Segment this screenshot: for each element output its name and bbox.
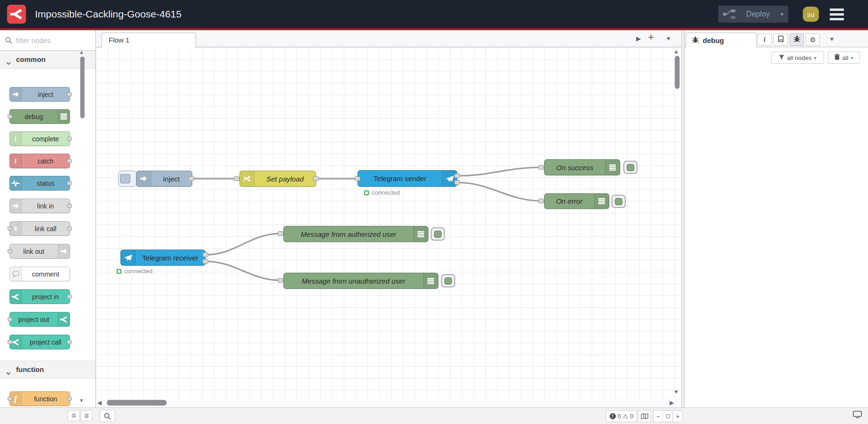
- change-output-port[interactable]: [313, 176, 319, 181]
- palette-node-status[interactable]: status: [9, 176, 70, 190]
- flow-node-on-error[interactable]: On error: [544, 193, 609, 209]
- palette-expand-all-button[interactable]: [80, 410, 93, 421]
- list-icon: [423, 273, 438, 288]
- add-flow-button[interactable]: +: [648, 31, 654, 43]
- deploy-icon: [723, 9, 735, 19]
- wire[interactable]: [457, 167, 541, 176]
- sender-input-port[interactable]: [355, 176, 360, 181]
- open-debug-window-button[interactable]: [853, 411, 862, 420]
- sidebar-divider[interactable]: [681, 30, 685, 424]
- sender-output-port-1[interactable]: [454, 173, 460, 178]
- palette-scroll-down-icon[interactable]: ▼: [79, 398, 84, 403]
- flow-node-msg-unauthorized[interactable]: Message from unautherized user: [283, 273, 438, 289]
- palette-node-function[interactable]: f function: [9, 391, 70, 406]
- palette-node-label: project out: [10, 312, 58, 326]
- output-port: [67, 137, 72, 141]
- tab-scroll-right-icon[interactable]: ▶: [636, 35, 641, 42]
- debug-toggle-button[interactable]: [623, 161, 638, 174]
- link-arrow-icon: [10, 199, 22, 213]
- palette-node-debug[interactable]: debug: [9, 109, 70, 124]
- canvas-hscrollbar-thumb[interactable]: [107, 400, 167, 406]
- zoom-in-button[interactable]: +: [673, 410, 683, 422]
- palette-scrollbar-thumb[interactable]: [80, 57, 85, 118]
- palette-category-function[interactable]: function: [0, 361, 95, 379]
- palette-scroll-up-icon[interactable]: ▲: [79, 49, 84, 55]
- debug-toggle-button[interactable]: [431, 227, 445, 241]
- palette-node-label: link in: [22, 199, 69, 213]
- user-avatar[interactable]: su: [803, 7, 819, 22]
- deploy-button[interactable]: Deploy ▾: [718, 6, 788, 23]
- telegram-plane-icon: [121, 250, 136, 265]
- on-success-input-port[interactable]: [538, 165, 544, 170]
- zoom-reset-button[interactable]: [663, 410, 673, 422]
- flow-node-set-payload[interactable]: Set payload: [239, 171, 316, 187]
- palette-node-inject[interactable]: inject: [9, 87, 70, 102]
- info-panel-button[interactable]: i: [757, 34, 772, 46]
- debug-panel-button[interactable]: [790, 34, 804, 46]
- error-warning-counts[interactable]: ! 0 ⚠ 0: [606, 410, 637, 422]
- palette-node-link-in[interactable]: link in: [9, 199, 70, 213]
- workspace-search-button[interactable]: [100, 410, 115, 422]
- category-label: function: [16, 365, 44, 373]
- help-panel-button[interactable]: [774, 34, 788, 46]
- output-port: [67, 294, 72, 299]
- receiver-output-port-2[interactable]: [203, 259, 208, 264]
- node-label: inject: [151, 171, 192, 186]
- debug-clear-button[interactable]: all ▾: [828, 52, 860, 64]
- flow-node-on-success[interactable]: On success: [544, 159, 620, 175]
- debug-filter-button[interactable]: all nodes ▾: [771, 52, 824, 64]
- chevron-down-icon: [6, 369, 11, 377]
- output-port: [67, 159, 72, 163]
- palette-node-link-out[interactable]: link out: [9, 244, 70, 259]
- sidebar-menu-caret-icon[interactable]: ▾: [830, 35, 834, 43]
- debug-toggle-button[interactable]: [441, 274, 455, 287]
- deploy-caret-icon[interactable]: ▾: [781, 11, 783, 17]
- main-menu-button[interactable]: [830, 9, 844, 20]
- palette-node-complete[interactable]: ! complete: [9, 131, 70, 146]
- inject-output-port[interactable]: [188, 176, 194, 181]
- receiver-output-port-1[interactable]: [203, 252, 208, 257]
- node-label: Telegram sender: [358, 171, 442, 186]
- list-icon: [58, 110, 69, 123]
- input-port: [8, 340, 12, 344]
- canvas-vscrollbar-thumb[interactable]: [675, 56, 680, 89]
- wire[interactable]: [205, 261, 281, 280]
- input-port: [8, 226, 12, 231]
- palette-node-comment[interactable]: comment: [9, 267, 70, 281]
- wire[interactable]: [457, 182, 541, 201]
- sender-output-port-2[interactable]: [454, 180, 460, 185]
- change-input-port[interactable]: [234, 176, 239, 181]
- palette-node-project-in[interactable]: project in: [9, 289, 70, 304]
- debug-tab-label: debug: [703, 36, 724, 44]
- tab-debug[interactable]: debug: [686, 33, 757, 48]
- canvas-scroll-left-icon[interactable]: ◀: [97, 399, 102, 406]
- palette-node-label: catch: [22, 154, 69, 168]
- palette-node-link-call[interactable]: link call: [9, 221, 70, 236]
- tab-flow-1[interactable]: Flow 1: [102, 33, 196, 48]
- msg-auth-input-port[interactable]: [278, 231, 283, 236]
- flow-node-msg-authorized[interactable]: Message from autherized user: [283, 226, 428, 242]
- flow-node-telegram-sender[interactable]: Telegram sender: [357, 170, 457, 187]
- palette-node-project-out[interactable]: project out: [9, 312, 70, 327]
- flow-list-caret-icon[interactable]: ▾: [667, 35, 670, 42]
- flow-node-inject[interactable]: inject: [136, 171, 192, 187]
- on-error-input-port[interactable]: [538, 199, 544, 203]
- config-panel-button[interactable]: ⚙: [806, 34, 820, 46]
- canvas-scroll-down-icon[interactable]: ▼: [673, 389, 679, 395]
- flow-node-telegram-receiver[interactable]: Telegram receiver: [120, 250, 205, 266]
- zoom-out-button[interactable]: −: [653, 410, 663, 422]
- palette-node-catch[interactable]: ! catch: [9, 154, 70, 168]
- node-label: Message from unautherized user: [284, 273, 423, 288]
- canvas-scroll-right-icon[interactable]: ▶: [670, 399, 674, 406]
- palette-node-project-call[interactable]: project call: [9, 335, 70, 349]
- inject-trigger-button[interactable]: [118, 171, 137, 187]
- palette-collapse-all-button[interactable]: [68, 410, 80, 421]
- filter-nodes-input[interactable]: [15, 34, 86, 46]
- canvas-scroll-up-icon[interactable]: ▲: [673, 48, 679, 55]
- msg-unauth-input-port[interactable]: [278, 278, 283, 283]
- minimap-button[interactable]: [638, 410, 651, 422]
- debug-toggle-button[interactable]: [612, 195, 626, 208]
- wire[interactable]: [205, 234, 281, 255]
- filter-label: all nodes: [787, 54, 811, 61]
- inject-arrow-icon: [136, 171, 151, 186]
